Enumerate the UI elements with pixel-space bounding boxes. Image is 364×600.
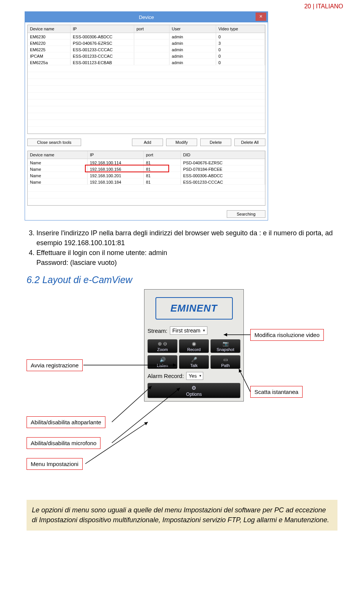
col-header: Device name bbox=[28, 151, 88, 159]
callout-resolution: Modifica risoluzione video bbox=[250, 329, 324, 341]
options-button[interactable]: ⚙ Options bbox=[147, 383, 240, 398]
table-row[interactable]: IPCAMESS-001233-CCCACadmin0 bbox=[28, 52, 265, 59]
page-header: 20 | ITALIANO bbox=[0, 0, 364, 11]
snapshot-button[interactable]: 📷Snapshot bbox=[210, 339, 240, 353]
callout-settings-menu: Menu Impostazioni bbox=[27, 458, 83, 470]
col-header: Device name bbox=[28, 25, 71, 33]
table-row[interactable]: EM6225ESS-001233-CCCACadmin0 bbox=[28, 46, 265, 52]
col-header: port bbox=[144, 151, 181, 159]
callout-start-recording: Avvia registrazione bbox=[27, 359, 83, 371]
col-header: IP bbox=[88, 151, 144, 159]
close-search-button[interactable]: Close search tools bbox=[27, 139, 81, 146]
upper-device-grid: Device name IP port User Video type EM62… bbox=[27, 25, 265, 134]
path-button[interactable]: ▭Path bbox=[210, 355, 240, 369]
talk-button[interactable]: 🎤Talk bbox=[179, 355, 209, 369]
callout-microphone: Abilita/disabilita microfono bbox=[27, 437, 100, 449]
lower-search-grid: Device name IP port DID Name192.168.100.… bbox=[27, 151, 265, 206]
instruction-list: Inserire l'indirizzo IP nella barra degl… bbox=[27, 228, 337, 268]
callout-speaker: Abilita/disabilita altoparlante bbox=[27, 416, 105, 428]
table-row[interactable]: EM6220PSD-040676-EZRSCadmin3 bbox=[28, 39, 265, 46]
listen-button[interactable]: 🔊Listen bbox=[147, 355, 177, 369]
alarm-record-select[interactable]: Yes bbox=[186, 372, 203, 380]
col-header: User bbox=[169, 25, 216, 33]
camview-diagram: EMINENT Stream: First stream ⊕ ⊖Zoom ◉Re… bbox=[27, 289, 337, 492]
titlebar: Device × bbox=[25, 12, 268, 22]
camview-panel: EMINENT Stream: First stream ⊕ ⊖Zoom ◉Re… bbox=[144, 289, 244, 402]
delete-all-button[interactable]: Delete All bbox=[234, 139, 265, 146]
alarm-record-label: Alarm Record: bbox=[147, 373, 184, 379]
searching-button[interactable]: Searching bbox=[227, 210, 265, 218]
footer-note: Le opzioni di menu sono uguali a quelle … bbox=[27, 500, 337, 530]
camera-icon: 📷 bbox=[211, 341, 240, 346]
dialog-button-row: Close search tools Add Modify Delete Del… bbox=[25, 136, 268, 148]
add-button[interactable]: Add bbox=[132, 139, 163, 146]
table-row[interactable]: Name192.168.100.18481ESS-001233-CCCAC bbox=[28, 178, 265, 185]
device-dialog: Device × Device name IP port User Video … bbox=[25, 11, 268, 220]
col-header: IP bbox=[71, 25, 134, 33]
eminent-logo: EMINENT bbox=[155, 297, 233, 320]
close-icon[interactable]: × bbox=[256, 13, 266, 21]
table-row[interactable]: Name192.168.100.11481PSD-040676-EZRSC bbox=[28, 159, 265, 165]
record-button[interactable]: ◉Record bbox=[179, 339, 209, 353]
record-icon: ◉ bbox=[179, 341, 209, 346]
delete-button[interactable]: Delete bbox=[200, 139, 231, 146]
zoom-button[interactable]: ⊕ ⊖Zoom bbox=[147, 339, 177, 353]
callout-snapshot: Scatta istantanea bbox=[250, 386, 303, 398]
gear-icon: ⚙ bbox=[148, 385, 240, 391]
magnifier-icon: ⊕ ⊖ bbox=[148, 341, 177, 346]
instruction-item: Inserire l'indirizzo IP nella barra degl… bbox=[36, 228, 337, 248]
speaker-icon: 🔊 bbox=[148, 357, 177, 362]
col-header: Video type bbox=[216, 25, 265, 33]
table-row[interactable]: Name192.168.100.15681PSD-078184-FBCEE bbox=[28, 165, 265, 172]
table-row[interactable]: EM6225aESS-001123-ECBABadmin0 bbox=[28, 59, 265, 65]
dialog-title: Device bbox=[139, 14, 154, 20]
table-row[interactable]: Name192.168.100.20181ESS-000306-ABDCC bbox=[28, 172, 265, 178]
instruction-item: Effettuare il login con il nome utente: … bbox=[36, 248, 337, 268]
dialog-footer-row: Searching bbox=[25, 208, 268, 220]
col-header: port bbox=[134, 25, 169, 33]
folder-icon: ▭ bbox=[211, 357, 240, 362]
modify-button[interactable]: Modify bbox=[166, 139, 197, 146]
stream-select[interactable]: First stream bbox=[170, 326, 208, 335]
table-row[interactable]: EM6230ESS-000306-ABDCCadmin0 bbox=[28, 33, 265, 39]
col-header: DID bbox=[181, 151, 265, 159]
stream-label: Stream: bbox=[147, 328, 168, 334]
mic-icon: 🎤 bbox=[179, 357, 209, 362]
section-heading: 6.2 Layout di e-CamView bbox=[27, 274, 337, 285]
